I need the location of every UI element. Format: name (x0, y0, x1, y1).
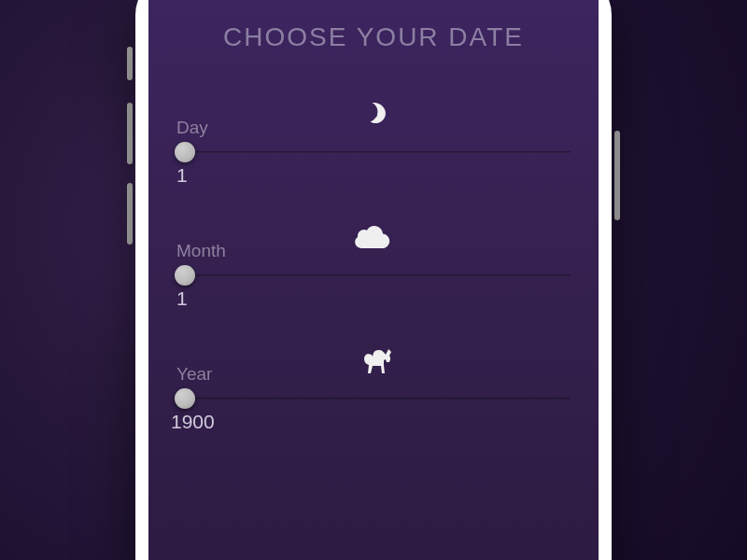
year-slider[interactable] (176, 398, 571, 399)
svg-point-0 (374, 108, 376, 110)
month-slider[interactable] (176, 274, 571, 276)
year-slider-thumb[interactable] (175, 388, 195, 409)
app-screen: CHOOSE YOUR DATE Day 1 M (148, 0, 599, 560)
page-title: CHOOSE YOUR DATE (176, 22, 571, 52)
phone-mute-switch (127, 47, 133, 80)
year-slider-row: Year 1900 (176, 364, 571, 433)
month-value: 1 (176, 287, 571, 310)
phone-volume-down (127, 183, 133, 245)
moon-icon (359, 101, 388, 133)
phone-volume-up (127, 103, 133, 164)
phone-power-button (614, 131, 620, 220)
month-slider-thumb[interactable] (175, 265, 195, 286)
month-slider-row: Month 1 (176, 241, 571, 310)
day-slider-row: Day 1 (176, 118, 571, 187)
phone-frame: CHOOSE YOUR DATE Day 1 M (135, 0, 612, 560)
day-slider[interactable] (176, 151, 571, 153)
cloud-icon (355, 224, 392, 254)
year-value: 1900 (171, 411, 571, 433)
day-value: 1 (176, 164, 571, 187)
svg-point-1 (375, 115, 377, 117)
horse-icon (355, 347, 392, 379)
day-slider-thumb[interactable] (175, 142, 195, 162)
